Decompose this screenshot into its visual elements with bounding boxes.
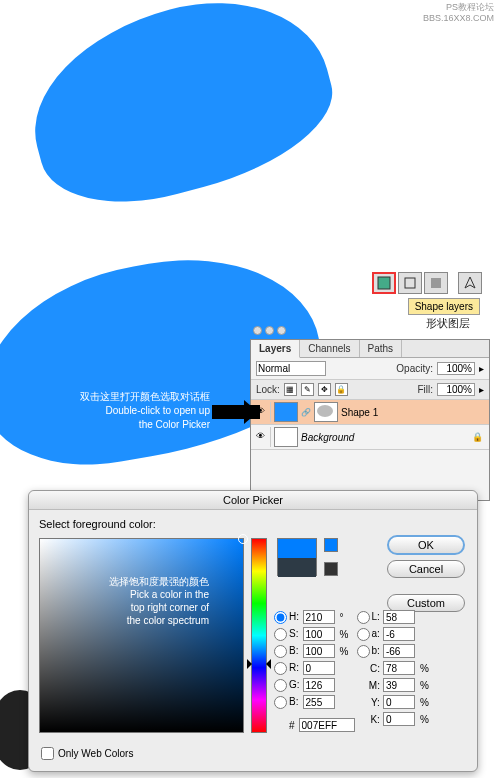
l-input[interactable]	[383, 610, 415, 624]
m-input[interactable]	[383, 678, 415, 692]
s-input[interactable]	[303, 627, 335, 641]
current-color[interactable]	[278, 558, 316, 577]
fill-pixels-button[interactable]	[424, 272, 448, 294]
fill-label: Fill:	[417, 384, 433, 395]
ok-button[interactable]: OK	[387, 535, 465, 555]
warning-swatch-2[interactable]	[324, 562, 338, 576]
color-cursor[interactable]	[238, 534, 248, 544]
blend-mode-select[interactable]: Normal	[256, 361, 326, 376]
color-values-grid: H:° L: S:% a: B:% b: R: C:% G: M:% B: Y:…	[274, 610, 434, 726]
y-input[interactable]	[383, 695, 415, 709]
lab-b-input[interactable]	[383, 644, 415, 658]
new-color[interactable]	[278, 539, 316, 558]
pen-tool-icon[interactable]	[458, 272, 482, 294]
annotation-spectrum: 选择饱和度最强的颜色 Pick a color in the top right…	[59, 575, 209, 627]
opacity-input[interactable]: 100%	[437, 362, 475, 375]
dialog-title: Color Picker	[29, 491, 477, 510]
bval-input[interactable]	[303, 644, 335, 658]
fill-arrow-icon[interactable]: ▸	[479, 384, 484, 395]
lock-all-icon[interactable]: 🔒	[335, 383, 348, 396]
k-label: K:	[357, 714, 380, 725]
hex-label: #	[289, 720, 295, 731]
layer-mask-thumb[interactable]	[314, 402, 338, 422]
k-input[interactable]	[383, 712, 415, 726]
color-picker-dialog: Color Picker Select foreground color: 选择…	[28, 490, 478, 772]
g-radio[interactable]: G:	[274, 679, 300, 692]
layer-name: Background	[301, 432, 354, 443]
layers-panel: Layers Channels Paths Normal Opacity: 10…	[250, 339, 490, 501]
layer-color-thumb[interactable]	[274, 402, 298, 422]
c-label: C:	[357, 663, 380, 674]
color-field[interactable]	[39, 538, 244, 733]
fill-input[interactable]: 100%	[437, 383, 475, 396]
annotation-color-picker: 双击这里打开颜色选取对话框 Double-click to open up th…	[80, 390, 210, 432]
paths-button[interactable]	[398, 272, 422, 294]
arrow-icon	[212, 405, 260, 419]
visibility-icon[interactable]: 👁	[253, 431, 267, 443]
color-swatch	[277, 538, 317, 576]
opacity-arrow-icon[interactable]: ▸	[479, 363, 484, 374]
l-radio[interactable]: L:	[357, 611, 380, 624]
hue-slider[interactable]	[251, 538, 267, 733]
lock-transparency-icon[interactable]: ▦	[284, 383, 297, 396]
shape-layers-button[interactable]	[372, 272, 396, 294]
watermark: PS教程论坛 BBS.16XX8.COM	[423, 2, 494, 24]
layer-shape-1[interactable]: 👁 🔗 Shape 1	[251, 400, 489, 425]
cancel-button[interactable]: Cancel	[387, 560, 465, 578]
svg-rect-1	[405, 278, 415, 288]
opacity-label: Opacity:	[396, 363, 433, 374]
m-label: M:	[357, 680, 380, 691]
hex-input[interactable]	[299, 718, 355, 732]
tool-options-bar	[372, 272, 482, 294]
lock-position-icon[interactable]: ✥	[318, 383, 331, 396]
bcol-input[interactable]	[303, 695, 335, 709]
shape-layers-tooltip-cn: 形状图层	[426, 316, 470, 331]
svg-rect-0	[378, 277, 390, 289]
r-input[interactable]	[303, 661, 335, 675]
lock-label: Lock:	[256, 384, 280, 395]
layer-thumb[interactable]	[274, 427, 298, 447]
svg-rect-2	[431, 278, 441, 288]
lock-pixels-icon[interactable]: ✎	[301, 383, 314, 396]
y-label: Y:	[357, 697, 380, 708]
h-radio[interactable]: H:	[274, 611, 300, 624]
bcol-radio[interactable]: B:	[274, 696, 300, 709]
lab-b-radio[interactable]: b:	[357, 645, 380, 658]
a-radio[interactable]: a:	[357, 628, 380, 641]
tab-layers[interactable]: Layers	[251, 340, 300, 358]
c-input[interactable]	[383, 661, 415, 675]
tab-paths[interactable]: Paths	[360, 340, 403, 357]
h-input[interactable]	[303, 610, 335, 624]
blue-shape-1	[12, 0, 348, 226]
tab-channels[interactable]: Channels	[300, 340, 359, 357]
b-radio[interactable]: B:	[274, 645, 300, 658]
shape-layers-tooltip: Shape layers	[408, 298, 480, 315]
only-web-colors-label: Only Web Colors	[58, 748, 133, 759]
layer-name: Shape 1	[341, 407, 378, 418]
lock-icon: 🔒	[472, 432, 483, 442]
g-input[interactable]	[303, 678, 335, 692]
only-web-colors-checkbox[interactable]	[41, 747, 54, 760]
warning-swatch-1[interactable]	[324, 538, 338, 552]
r-radio[interactable]: R:	[274, 662, 300, 675]
a-input[interactable]	[383, 627, 415, 641]
dialog-subtitle: Select foreground color:	[39, 518, 467, 530]
layer-background[interactable]: 👁 Background 🔒	[251, 425, 489, 450]
s-radio[interactable]: S:	[274, 628, 300, 641]
